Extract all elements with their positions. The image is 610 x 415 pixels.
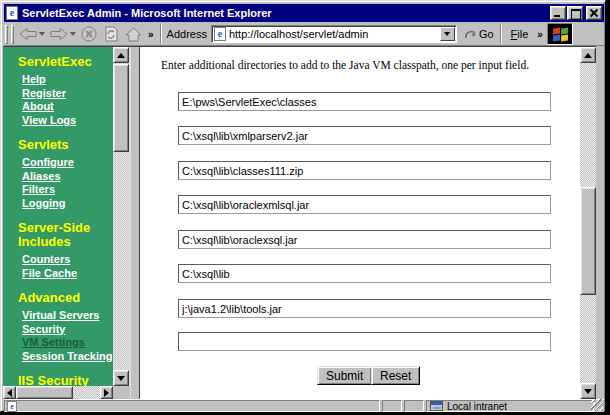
arrow-left-icon [7,389,12,397]
nav-section-iis-security: IIS Security [3,374,113,386]
title-bar[interactable]: e ServletExec Admin - Microsoft Internet… [4,4,604,22]
go-label: Go [479,28,494,40]
content-frame: Enter additional directories to add to t… [140,47,580,399]
page-status-icon: e [7,401,17,412]
address-bar[interactable]: e http://localhost/servlet/admin [211,25,457,43]
nav-section-servlets: Servlets Configure Aliases Filters Loggi… [3,138,113,210]
frame-divider[interactable] [130,47,140,399]
sidebar-item-session-tracking[interactable]: Session Tracking [22,350,113,364]
arrow-up-icon [584,53,592,58]
nav-header: IIS Security [18,374,113,386]
status-message-pane: e [4,400,380,412]
toolbar-separator [500,24,502,44]
minimize-button[interactable] [550,6,566,20]
scrollbar-corner [113,386,130,399]
arrow-down-icon [584,389,592,394]
sidebar-item-help[interactable]: Help [22,73,113,87]
page-icon: e [214,27,226,41]
menubar-overflow-chevron[interactable]: » [534,29,546,40]
browser-window: e ServletExec Admin - Microsoft Internet… [0,0,606,412]
chevron-down-icon [444,32,450,36]
nav-section-servletexec: ServletExec Help Register About View Log… [3,55,113,127]
submit-button[interactable]: Submit [317,366,372,385]
browser-toolbar: » Address e http://localhost/servlet/adm… [4,23,604,46]
stop-button[interactable] [78,24,100,45]
sidebar-item-vm-settings[interactable]: VM Settings [22,336,113,350]
sidebar-item-virtual-servers[interactable]: Virtual Servers [22,309,113,323]
sidebar-item-file-cache[interactable]: File Cache [22,267,113,281]
forward-dropdown-icon[interactable] [70,32,76,36]
go-button[interactable]: Go [461,27,497,41]
scroll-down-button[interactable] [580,383,596,399]
menu-file[interactable]: File [505,26,535,42]
status-pane-small [382,400,402,412]
security-zone-label: Local intranet [447,401,507,412]
home-icon [124,26,143,43]
classpath-input-3[interactable] [178,161,551,180]
ie-logo-icon: e [6,6,18,20]
scrollbar-thumb[interactable] [113,64,129,152]
scroll-right-button[interactable] [100,386,113,399]
classpath-input-7[interactable] [178,299,551,318]
window-title: ServletExec Admin - Microsoft Internet E… [22,7,549,19]
status-pane-small [404,400,424,412]
nav-header: Server-Side Includes [18,221,113,249]
sidebar-item-about[interactable]: About [22,100,113,114]
nav-header: Advanced [18,291,113,305]
arrow-down-icon [117,376,125,381]
toolbar-overflow-chevron[interactable]: » [145,29,157,40]
scroll-left-button[interactable] [3,386,16,399]
sidebar-horizontal-scrollbar[interactable] [3,386,113,399]
nav-sidebar: ServletExec Help Register About View Log… [3,47,113,386]
sidebar-item-aliases[interactable]: Aliases [22,170,113,184]
nav-header: ServletExec [18,55,113,69]
nav-section-ssi: Server-Side Includes Counters File Cache [3,221,113,280]
stop-icon [80,25,98,43]
back-button[interactable] [16,24,47,45]
back-dropdown-icon[interactable] [39,32,45,36]
address-dropdown-button[interactable] [440,27,455,41]
close-button[interactable] [586,6,602,20]
sidebar-item-logging[interactable]: Logging [22,197,113,211]
sidebar-item-security[interactable]: Security [22,323,113,337]
resize-grip[interactable] [591,399,603,411]
status-bar: e Local intranet [4,399,604,412]
sidebar-item-register[interactable]: Register [22,87,113,101]
address-label: Address [167,28,207,40]
sidebar-vertical-scrollbar[interactable] [113,47,130,386]
address-url[interactable]: http://localhost/servlet/admin [229,28,456,40]
forward-arrow-icon [49,26,69,42]
back-arrow-icon [18,26,38,42]
nav-section-advanced: Advanced Virtual Servers Security VM Set… [3,291,113,363]
forward-button[interactable] [47,24,78,45]
scroll-down-button[interactable] [113,370,129,386]
windows-flag-icon [553,28,569,41]
toolbar-grip[interactable] [11,25,14,44]
content-vertical-scrollbar[interactable] [580,47,596,399]
toolbar-grip[interactable] [5,25,8,44]
sidebar-item-view-logs[interactable]: View Logs [22,114,113,128]
classpath-input-6[interactable] [178,264,551,283]
security-zone-pane[interactable]: Local intranet [426,400,594,412]
arrow-up-icon [117,53,125,58]
reset-button[interactable]: Reset [371,366,420,385]
toolbar-separator [160,24,162,44]
classpath-input-1[interactable] [178,92,551,111]
arrow-right-icon [104,389,109,397]
classpath-input-5[interactable] [178,230,551,249]
local-intranet-icon [430,401,443,411]
maximize-button[interactable] [567,6,583,20]
classpath-input-4[interactable] [178,195,551,214]
scroll-up-button[interactable] [580,47,596,63]
scrollbar-thumb[interactable] [580,187,596,295]
sidebar-item-configure[interactable]: Configure [22,156,113,170]
scroll-up-button[interactable] [113,47,129,63]
classpath-input-2[interactable] [178,126,551,145]
home-button[interactable] [122,24,145,45]
scrollbar-thumb[interactable] [16,386,73,399]
classpath-input-8[interactable] [178,332,551,351]
sidebar-item-filters[interactable]: Filters [22,183,113,197]
go-arrow-icon [464,28,477,40]
refresh-button[interactable] [100,24,122,45]
sidebar-item-counters[interactable]: Counters [22,253,113,267]
